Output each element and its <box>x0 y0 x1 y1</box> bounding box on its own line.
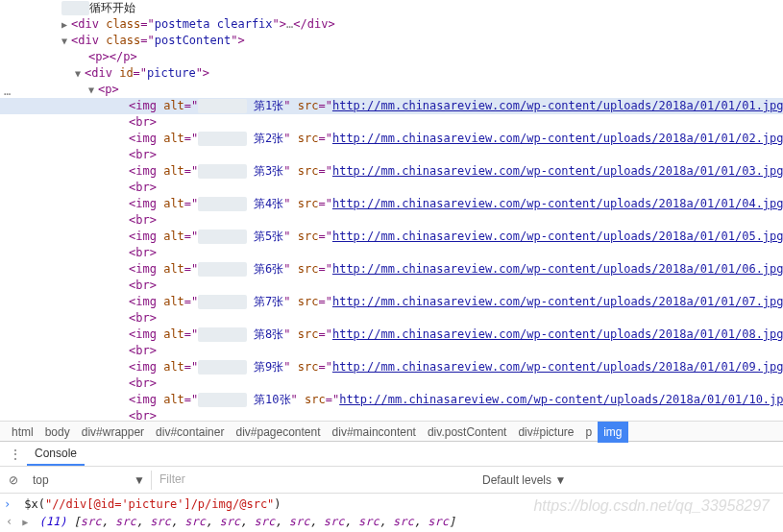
dom-br-row[interactable]: <br> <box>0 375 783 392</box>
console-result-text: (11) [src, src, src, src, src, src, src,… <box>38 515 455 528</box>
blurred-alt <box>198 327 247 342</box>
dom-img-row[interactable]: <img alt=" 第7张" src="http://mm.chinasare… <box>0 294 783 310</box>
dom-row[interactable]: ▼<p> <box>0 82 783 98</box>
dom-text-suffix: 循环开始 <box>89 1 135 14</box>
breadcrumb-item[interactable]: div#container <box>150 422 230 443</box>
context-label: top <box>33 473 49 487</box>
collapse-icon[interactable]: ▼ <box>88 83 98 97</box>
dom-img-row[interactable]: <img alt=" 第2张" src="http://mm.chinasare… <box>0 131 783 147</box>
src-link[interactable]: http://mm.chinasareview.com/wp-content/u… <box>332 132 783 145</box>
collapse-icon[interactable]: ▼ <box>75 66 85 81</box>
src-link[interactable]: http://mm.chinasareview.com/wp-content/u… <box>332 360 783 374</box>
dom-br-row[interactable]: <br> <box>0 310 783 326</box>
breadcrumb-item[interactable]: div#wrapper <box>76 422 150 443</box>
result-icon: ‹ <box>6 513 15 530</box>
elements-dom-tree[interactable]: … 循环开始 ▶<div class="postmeta clearfix">…… <box>0 0 783 421</box>
dom-img-row[interactable]: <img alt=" 第6张" src="http://mm.chinasare… <box>0 261 783 278</box>
src-link[interactable]: http://mm.chinasareview.com/wp-content/u… <box>332 327 783 341</box>
expand-icon[interactable]: ▶ <box>61 17 71 32</box>
dom-row[interactable]: ▼<div id="picture"> <box>0 65 783 82</box>
dom-br-row[interactable]: <br> <box>0 343 783 359</box>
clear-console-icon[interactable]: ⊘ <box>4 473 23 487</box>
src-link[interactable]: http://mm.chinasareview.com/wp-content/u… <box>339 393 783 406</box>
dom-img-row[interactable]: <img alt=" 第4张" src="http://mm.chinasare… <box>0 196 783 212</box>
src-link[interactable]: http://mm.chinasareview.com/wp-content/u… <box>332 230 783 243</box>
dom-br-row[interactable]: <br> <box>0 408 783 421</box>
chevron-down-icon: ▼ <box>134 473 145 487</box>
breadcrumb-item[interactable]: div#pagecontent <box>230 422 326 443</box>
dom-row[interactable]: ▼<div class="postContent"> <box>0 33 783 49</box>
breadcrumb-item[interactable]: div#maincontent <box>327 422 422 443</box>
blurred-alt <box>198 99 247 113</box>
src-link[interactable]: http://mm.chinasareview.com/wp-content/u… <box>332 197 783 210</box>
dom-img-row[interactable]: <img alt=" 第3张" src="http://mm.chinasare… <box>0 163 783 180</box>
dom-br-row[interactable]: <br> <box>0 114 783 131</box>
breadcrumb-bar[interactable]: htmlbodydiv#wrapperdiv#containerdiv#page… <box>0 421 783 442</box>
dom-br-row[interactable]: <br> <box>0 245 783 261</box>
src-link[interactable]: http://mm.chinasareview.com/wp-content/u… <box>332 262 783 276</box>
console-input-line[interactable]: › $x("//div[@id='picture']/p/img/@src") <box>4 496 779 513</box>
dom-img-row[interactable]: <img alt=" 第1张" src="http://mm.chinasare… <box>0 98 783 114</box>
dom-img-row[interactable]: <img alt=" 第5张" src="http://mm.chinasare… <box>0 229 783 245</box>
blurred-text <box>61 1 89 15</box>
dom-row[interactable]: <p></p> <box>0 49 783 65</box>
dom-row[interactable]: 循环开始 <box>0 0 783 16</box>
src-link[interactable]: http://mm.chinasareview.com/wp-content/u… <box>332 295 783 308</box>
console-toolbar: ⊘ top ▼ Default levels ▼ <box>0 467 783 494</box>
blurred-alt <box>198 164 247 179</box>
dom-br-row[interactable]: <br> <box>0 180 783 196</box>
breadcrumb-item[interactable]: div.postContent <box>422 422 513 443</box>
breadcrumb-item[interactable]: img <box>598 422 627 443</box>
src-link[interactable]: http://mm.chinasareview.com/wp-content/u… <box>332 164 783 178</box>
blurred-alt <box>198 197 247 211</box>
breadcrumb-item[interactable]: p <box>579 422 598 443</box>
console-body[interactable]: › $x("//div[@id='picture']/p/img/@src") … <box>0 494 783 532</box>
log-levels-dropdown[interactable]: Default levels ▼ <box>477 473 572 487</box>
collapse-icon[interactable]: ▼ <box>61 34 71 48</box>
blurred-alt <box>198 230 247 244</box>
kebab-icon[interactable]: ⋮ <box>4 447 27 461</box>
dom-img-row[interactable]: <img alt=" 第10张" src="http://mm.chinasar… <box>0 392 783 408</box>
breadcrumb-item[interactable]: div#picture <box>512 422 579 443</box>
dom-img-row[interactable]: <img alt=" 第9张" src="http://mm.chinasare… <box>0 359 783 375</box>
console-result-line[interactable]: ‹ ▶ (11) [src, src, src, src, src, src, … <box>4 513 779 531</box>
expand-icon[interactable]: ▶ <box>22 514 32 531</box>
breadcrumb-item[interactable]: html <box>6 422 39 443</box>
dom-br-row[interactable]: <br> <box>0 147 783 163</box>
dom-img-row[interactable]: <img alt=" 第8张" src="http://mm.chinasare… <box>0 326 783 343</box>
levels-label: Default levels <box>482 473 551 487</box>
breadcrumb-item[interactable]: body <box>39 422 76 443</box>
blurred-alt <box>198 360 247 375</box>
chevron-down-icon: ▼ <box>554 473 566 487</box>
dom-br-row[interactable]: <br> <box>0 278 783 294</box>
blurred-alt <box>198 393 247 407</box>
context-selector[interactable]: top ▼ <box>27 471 152 490</box>
prompt-icon: › <box>4 496 17 513</box>
src-link[interactable]: http://mm.chinasareview.com/wp-content/u… <box>332 99 783 112</box>
blurred-alt <box>198 132 247 146</box>
filter-input[interactable] <box>156 471 473 490</box>
console-tab[interactable]: Console <box>27 443 85 466</box>
console-drawer-header: ⋮ Console <box>0 442 783 467</box>
dom-row[interactable]: ▶<div class="postmeta clearfix">…</div> <box>0 16 783 33</box>
dom-br-row[interactable]: <br> <box>0 212 783 229</box>
blurred-alt <box>198 262 247 277</box>
console-input-text: $x("//div[@id='picture']/p/img/@src") <box>24 497 281 511</box>
blurred-alt <box>198 295 247 309</box>
